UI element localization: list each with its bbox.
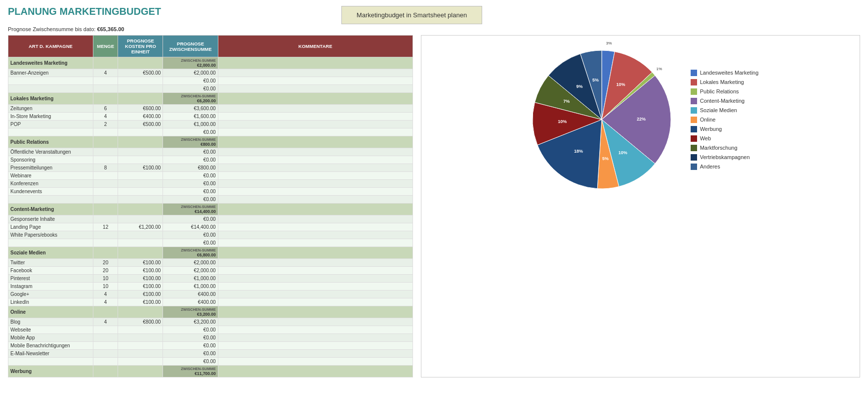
legend-item: Marktforschung: [691, 145, 759, 151]
header-kommentare: KOMMENTARE: [218, 36, 413, 57]
pie-label: 10%: [619, 150, 627, 155]
chart-section: 3%10%1%22%10%5%18%10%7%9%5% Landesweites…: [421, 35, 860, 377]
legend-item: Content-Marketing: [691, 98, 759, 104]
legend-label: Lokales Marketing: [700, 79, 744, 85]
table-row: LinkedIn 4 €100.00 €400.00: [8, 298, 413, 306]
table-row: Mobile App €0.00: [8, 334, 413, 342]
legend-item: Public Relations: [691, 88, 759, 95]
table-row: Sponsoring €0.00: [8, 156, 413, 164]
category-name: Soziale Medien: [8, 247, 93, 259]
legend-label: Content-Marketing: [700, 98, 745, 104]
table-row: €0.00: [8, 85, 413, 93]
legend-color: [691, 98, 697, 104]
pie-label: 5%: [602, 156, 609, 161]
table-row: Pinterest 10 €100.00 €1,000.00: [8, 275, 413, 283]
chart-inner: 3%10%1%22%10%5%18%10%7%9%5% Landesweites…: [523, 41, 759, 199]
header-button[interactable]: Marketingbudget in Smartsheet planen: [341, 6, 482, 24]
pie-chart-svg: 3%10%1%22%10%5%18%10%7%9%5%: [523, 41, 681, 199]
pie-label: 22%: [637, 117, 646, 122]
legend-label: Werbung: [700, 126, 722, 132]
legend-color: [691, 79, 697, 85]
legend-label: Web: [700, 135, 711, 141]
budget-table: ART D. KAMPAGNE MENGE PROGNOSE KOSTEN PR…: [8, 35, 413, 377]
legend-item: Vertriebskampagnen: [691, 154, 759, 161]
pie-label: 10%: [616, 82, 625, 87]
legend-label: Anderes: [700, 164, 720, 169]
table-row: Twitter 20 €100.00 €2,000.00: [8, 259, 413, 267]
table-row: In-Store Marketing 4 €400.00 €1,600.00: [8, 113, 413, 121]
subtitle: Prognose Zwischensumme bis dato: €65,365…: [8, 26, 860, 32]
table-row: Landing Page 12 €1,200.00 €14,400.00: [8, 223, 413, 231]
table-row: Facebook 20 €100.00 €2,000.00: [8, 267, 413, 275]
legend-item: Online: [691, 117, 759, 123]
top-header: PLANUNG MARKETINGBUDGET Marketingbudget …: [8, 6, 860, 24]
table-row: Mobile Benachrichtigungen €0.00: [8, 342, 413, 350]
category-name: Landesweites Marketing: [8, 57, 93, 69]
table-row: €0.00: [8, 239, 413, 247]
legend-label: Soziale Medien: [700, 107, 737, 113]
table-row: White Papers/ebooks €0.00: [8, 231, 413, 239]
table-row: Kundenevents €0.00: [8, 188, 413, 196]
category-name: Online: [8, 306, 93, 318]
category-name: Werbung: [8, 366, 93, 377]
pie-outer-label: 3%: [606, 41, 612, 45]
legend-color: [691, 117, 697, 123]
table-row: €0.00: [8, 358, 413, 366]
legend-color: [691, 135, 697, 142]
pie-label: 18%: [574, 149, 583, 154]
table-row: E-Mail-Newsletter €0.00: [8, 350, 413, 358]
table-row: Webseite €0.00: [8, 326, 413, 334]
legend-label: Marktforschung: [700, 145, 738, 151]
table-row: Öffentliche Veranstaltungen €0.00: [8, 148, 413, 156]
legend-label: Online: [700, 117, 716, 123]
page: PLANUNG MARKETINGBUDGET Marketingbudget …: [0, 0, 868, 416]
category-row: Lokales Marketing ZWISCHEN-SUMME €6,200.…: [8, 93, 413, 105]
pie-outer-label: 1%: [656, 67, 662, 71]
legend-label: Public Relations: [700, 88, 739, 94]
pie-label: 9%: [576, 84, 582, 89]
table-row: Konferenzen €0.00: [8, 180, 413, 188]
chart-legend: Landesweites Marketing Lokales Marketing…: [691, 70, 759, 170]
table-row: Instagram 10 €100.00 €1,000.00: [8, 283, 413, 291]
table-row: Google+ 4 €100.00 €400.00: [8, 291, 413, 298]
category-row: Public Relations ZWISCHEN-SUMME €800.00: [8, 136, 413, 148]
legend-item: Landesweites Marketing: [691, 70, 759, 76]
table-row: €0.00: [8, 196, 413, 204]
table-row: Banner-Anzeigen 4 €500.00 €2,000.00: [8, 69, 413, 77]
pie-label: 5%: [592, 78, 599, 83]
table-row: Blog 4 €800.00 €3,200.00: [8, 318, 413, 326]
page-title: PLANUNG MARKETINGBUDGET: [8, 6, 161, 17]
legend-color: [691, 88, 697, 95]
table-row: POP 2 €500.00 €1,000.00: [8, 121, 413, 128]
category-row: Online ZWISCHEN-SUMME €3,200.00: [8, 306, 413, 318]
category-row: Content-Marketing ZWISCHEN-SUMME €14,400…: [8, 204, 413, 215]
table-section: ART D. KAMPAGNE MENGE PROGNOSE KOSTEN PR…: [8, 35, 413, 377]
category-row: Landesweites Marketing ZWISCHEN-SUMME €2…: [8, 57, 413, 69]
legend-color: [691, 154, 697, 161]
legend-color: [691, 145, 697, 151]
legend-color: [691, 126, 697, 132]
legend-item: Lokales Marketing: [691, 79, 759, 85]
category-name: Lokales Marketing: [8, 93, 93, 105]
table-row: €0.00: [8, 77, 413, 85]
legend-item: Anderes: [691, 164, 759, 170]
main-content: ART D. KAMPAGNE MENGE PROGNOSE KOSTEN PR…: [8, 35, 860, 377]
category-row: Soziale Medien ZWISCHEN-SUMME €6,800.00: [8, 247, 413, 259]
legend-color: [691, 70, 697, 76]
category-name: Public Relations: [8, 136, 93, 148]
category-name: Content-Marketing: [8, 204, 93, 215]
table-row: Pressemitteilungen 8 €100.00 €800.00: [8, 164, 413, 172]
pie-label: 7%: [563, 99, 570, 104]
table-row: Zeitungen 6 €600.00 €3,600.00: [8, 105, 413, 113]
legend-color: [691, 164, 697, 170]
category-row: Werbung ZWISCHEN-SUMME €11,700.00: [8, 366, 413, 377]
legend-item: Web: [691, 135, 759, 142]
table-row: Webinare €0.00: [8, 172, 413, 180]
header-prognose-zwischen: PROGNOSE ZWISCHENSUMME: [163, 36, 218, 57]
pie-label: 10%: [558, 119, 567, 124]
legend-item: Werbung: [691, 126, 759, 132]
legend-color: [691, 107, 697, 114]
header-menge: MENGE: [93, 36, 118, 57]
header-art: ART D. KAMPAGNE: [8, 36, 93, 57]
legend-item: Soziale Medien: [691, 107, 759, 114]
